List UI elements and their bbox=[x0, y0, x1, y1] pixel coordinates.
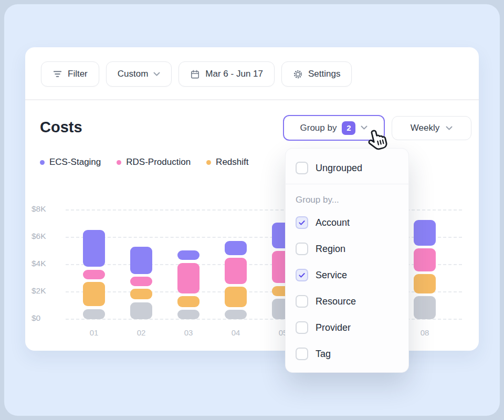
bar-02-segment-ecs-staging[interactable] bbox=[130, 247, 152, 274]
bar-02-segment--legend-hidden-[interactable] bbox=[130, 302, 152, 320]
bar-03-segment-ecs-staging[interactable] bbox=[177, 250, 200, 260]
dropdown-divider bbox=[286, 184, 408, 184]
dropdown-option-account[interactable]: Account bbox=[286, 209, 408, 236]
checkbox-resource-unchecked[interactable] bbox=[296, 295, 308, 308]
dropdown-section-label: Group by... bbox=[296, 195, 398, 205]
bar-02-segment-redshift[interactable] bbox=[130, 289, 152, 300]
checkbox-region-unchecked[interactable] bbox=[296, 243, 308, 255]
dropdown-option-provider[interactable]: Provider bbox=[286, 314, 408, 341]
bar-02-segment-rds-production[interactable] bbox=[130, 277, 152, 286]
bar-01-segment-rds-production[interactable] bbox=[83, 270, 105, 279]
dropdown-options-list: AccountRegionServiceResourceProviderTag bbox=[286, 209, 408, 367]
dropdown-option-label: Region bbox=[316, 244, 345, 255]
checkbox-tag-unchecked[interactable] bbox=[296, 348, 308, 360]
bar-04-segment-redshift[interactable] bbox=[225, 287, 247, 307]
x-axis-tick-08: 08 bbox=[413, 328, 436, 337]
group-by-label: Group by bbox=[300, 123, 337, 133]
x-axis-tick-03: 03 bbox=[177, 328, 200, 337]
dropdown-option-resource[interactable]: Resource bbox=[286, 288, 408, 314]
checkbox-ungrouped[interactable] bbox=[296, 162, 308, 174]
dropdown-option-ungrouped[interactable]: Ungrouped bbox=[286, 160, 408, 176]
ungrouped-label: Ungrouped bbox=[316, 163, 362, 174]
x-axis-tick-04: 04 bbox=[224, 328, 247, 337]
bar-04-segment-rds-production[interactable] bbox=[225, 258, 247, 284]
dropdown-option-service[interactable]: Service bbox=[286, 262, 408, 288]
dropdown-option-region[interactable]: Region bbox=[286, 236, 408, 262]
x-axis-tick-01: 01 bbox=[82, 328, 106, 337]
dropdown-option-label: Service bbox=[316, 270, 347, 281]
bar-01-segment-ecs-staging[interactable] bbox=[83, 230, 105, 267]
bar-03-segment-redshift[interactable] bbox=[177, 296, 200, 307]
dropdown-option-label: Tag bbox=[316, 349, 331, 360]
y-axis-tick: $6K bbox=[32, 232, 59, 241]
bar-01-segment-redshift[interactable] bbox=[83, 282, 105, 307]
bar-03-segment-rds-production[interactable] bbox=[177, 263, 200, 294]
checkbox-service-checked[interactable] bbox=[296, 269, 308, 281]
dropdown-option-label: Resource bbox=[316, 296, 356, 307]
group-by-dropdown-menu: Ungrouped Group by... AccountRegionServi… bbox=[285, 148, 409, 373]
checkbox-account-checked[interactable] bbox=[296, 216, 308, 229]
y-axis-tick: $4K bbox=[32, 259, 59, 268]
bar-08-segment-ecs-staging[interactable] bbox=[414, 220, 436, 246]
dropdown-option-label: Account bbox=[316, 217, 350, 228]
bar-04-segment-ecs-staging[interactable] bbox=[225, 241, 247, 255]
y-axis-tick: $8K bbox=[32, 204, 59, 214]
bar-08-segment--legend-hidden-[interactable] bbox=[414, 296, 436, 319]
y-axis-tick: $0 bbox=[32, 313, 59, 323]
x-axis-tick-02: 02 bbox=[130, 328, 153, 337]
bar-03-segment--legend-hidden-[interactable] bbox=[177, 310, 200, 319]
bar-08-segment-redshift[interactable] bbox=[414, 274, 436, 293]
bar-01-segment--legend-hidden-[interactable] bbox=[83, 309, 105, 320]
dropdown-option-tag[interactable]: Tag bbox=[286, 341, 408, 367]
bar-04-segment--legend-hidden-[interactable] bbox=[225, 310, 247, 319]
group-by-count-badge: 2 bbox=[342, 121, 355, 135]
cost-dashboard: Filter Custom Mar 6 - Jun 17 Settings Co… bbox=[0, 0, 504, 420]
bar-08-segment-rds-production[interactable] bbox=[414, 248, 436, 271]
chevron-down-icon bbox=[361, 125, 368, 130]
stacked-bar-chart: $0$2K$4K$6K$8K0102030405060708 bbox=[0, 0, 504, 420]
y-axis-tick: $2K bbox=[32, 286, 59, 296]
dropdown-option-label: Provider bbox=[316, 322, 351, 333]
checkbox-provider-unchecked[interactable] bbox=[296, 321, 308, 334]
